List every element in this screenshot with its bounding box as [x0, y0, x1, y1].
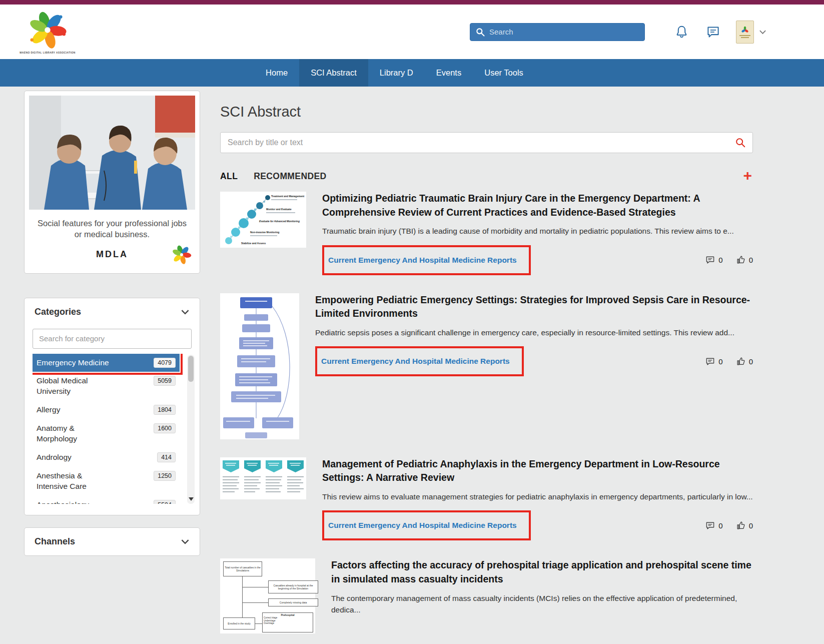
logo-caption: MAENO DIGITAL LIBRARY ASSOCIATION	[20, 51, 76, 54]
notifications-bell-icon[interactable]	[675, 25, 688, 39]
category-count-badge: 5059	[154, 376, 176, 386]
like-count: 0	[749, 357, 753, 366]
comment-icon[interactable]	[705, 255, 715, 265]
article-excerpt: This review aims to evaluate management …	[322, 491, 753, 502]
category-item-andrology[interactable]: Andrology 414	[33, 448, 180, 467]
messages-chat-icon[interactable]	[706, 25, 720, 39]
like-count: 0	[749, 521, 753, 530]
search-icon	[475, 27, 485, 37]
scrollbar-down-button[interactable]	[187, 496, 195, 503]
sidebar: Social features for your professional jo…	[24, 91, 200, 644]
triangle-down-icon	[189, 497, 194, 501]
annotation-box: Current Emergency And Hospital Medicine …	[315, 346, 524, 376]
article-stats: 0 0	[692, 521, 753, 530]
category-search-input[interactable]	[33, 329, 192, 349]
category-item-anatomy-morphology[interactable]: Anatomy & Morphology 1600	[33, 419, 180, 448]
article-item: Treatment and Management Monitor and Eva…	[220, 192, 753, 275]
category-count-badge: 414	[157, 452, 176, 462]
top-accent-bar	[0, 0, 824, 5]
abstract-search	[220, 132, 753, 153]
nav-item-home[interactable]: Home	[254, 59, 299, 87]
category-item-global-medical-university[interactable]: Global Medical University 5059	[33, 372, 180, 401]
header-search-input[interactable]	[489, 28, 639, 36]
page: MAENO DIGITAL LIBRARY ASSOCIATION	[0, 0, 824, 644]
tabs-bar: ALL RECOMMENDED +	[220, 171, 753, 182]
categories-header[interactable]: Categories	[25, 298, 200, 326]
header: MAENO DIGITAL LIBRARY ASSOCIATION	[0, 5, 824, 59]
comment-count: 0	[718, 521, 722, 530]
article-excerpt: Pediatric sepsis poses a significant cha…	[315, 327, 753, 338]
search-icon[interactable]	[735, 137, 746, 150]
category-list: Emergency Medicine 4079 Global Medical U…	[33, 354, 195, 504]
scrollbar-thumb[interactable]	[188, 356, 194, 382]
chevron-down-icon[interactable]	[181, 309, 190, 315]
article-item: Empowering Pediatric Emergency Settings:…	[220, 293, 753, 439]
nav-item-user-tools[interactable]: User Tools	[473, 59, 535, 87]
category-item-anesthesia-intensive-care[interactable]: Anesthesia & Intensive Care 1250	[33, 467, 180, 496]
add-abstract-button[interactable]: +	[743, 168, 752, 183]
scrollbar[interactable]	[187, 355, 195, 504]
nav-item-sci-abstract[interactable]: SCI Abstract	[299, 59, 368, 87]
article-item: Total number of casualties in the Simula…	[220, 558, 753, 633]
article-title[interactable]: Optimizing Pediatric Traumatic Brain Inj…	[322, 192, 753, 219]
annotation-box: Current Emergency And Hospital Medicine …	[322, 245, 531, 275]
article-excerpt: Traumatic brain injury (TBI) is a leadin…	[322, 225, 753, 237]
source-journal-link[interactable]: Current Emergency And Hospital Medicine …	[328, 256, 517, 264]
channels-header[interactable]: Channels	[25, 528, 200, 555]
category-item-allergy[interactable]: Allergy 1804	[33, 401, 180, 419]
article-stats: 0 0	[692, 255, 753, 265]
comment-icon[interactable]	[705, 521, 715, 530]
category-count-badge: 5504	[154, 500, 176, 504]
tab-all[interactable]: ALL	[220, 171, 238, 182]
promo-caption: Social features for your professional jo…	[34, 218, 190, 240]
category-item-emergency-medicine[interactable]: Emergency Medicine 4079	[33, 354, 180, 372]
avatar-flower-icon	[741, 26, 749, 34]
article-thumbnail[interactable]: Total number of casualties in the Simula…	[220, 558, 315, 633]
source-journal-link[interactable]: Current Emergency And Hospital Medicine …	[328, 521, 517, 529]
thumbs-up-icon[interactable]	[736, 255, 745, 265]
category-count-badge: 1600	[154, 423, 176, 433]
article-item: Management of Pediatric Anaphylaxis in t…	[220, 457, 753, 541]
source-journal-link[interactable]: Current Emergency And Hospital Medicine …	[321, 357, 510, 365]
article-title[interactable]: Empowering Pediatric Emergency Settings:…	[315, 293, 753, 321]
flower-logo-icon	[27, 10, 68, 51]
article-title[interactable]: Factors affecting the accuracy of prehos…	[331, 558, 753, 586]
comment-icon[interactable]	[705, 357, 715, 366]
channels-title: Channels	[35, 536, 75, 547]
promo-logo-icon	[171, 244, 192, 267]
tab-recommended[interactable]: RECOMMENDED	[254, 171, 326, 182]
annotation-box: Current Emergency And Hospital Medicine …	[322, 510, 531, 540]
article-excerpt: The contemporary management of mass casu…	[331, 592, 753, 616]
article-title[interactable]: Management of Pediatric Anaphylaxis in t…	[322, 457, 753, 485]
chevron-down-icon[interactable]	[181, 539, 190, 544]
thumbs-up-icon[interactable]	[736, 357, 745, 366]
nav-item-library-d[interactable]: Library D	[368, 59, 425, 87]
page-title: SCI Abstract	[220, 104, 753, 120]
main-nav: Home SCI Abstract Library D Events User …	[0, 59, 824, 87]
channels-panel: Channels	[24, 527, 200, 556]
main-content: SCI Abstract ALL RECOMMENDED +	[220, 91, 753, 644]
abstract-search-input[interactable]	[220, 132, 753, 153]
article-thumbnail[interactable]	[220, 293, 299, 439]
avatar[interactable]	[736, 21, 754, 44]
promo-brand: MDLA	[96, 249, 128, 260]
article-thumbnail[interactable]	[220, 457, 306, 499]
header-search[interactable]	[470, 23, 645, 41]
chevron-down-icon[interactable]	[759, 30, 766, 35]
category-item-anesthesiology[interactable]: Anesthesiology 5504	[33, 496, 180, 504]
comment-count: 0	[718, 357, 722, 366]
category-count-badge: 1250	[154, 471, 176, 481]
promo-photo	[29, 96, 195, 210]
site-logo[interactable]: MAENO DIGITAL LIBRARY ASSOCIATION	[18, 10, 78, 54]
nav-item-events[interactable]: Events	[425, 59, 473, 87]
thumbs-up-icon[interactable]	[736, 521, 745, 530]
categories-panel: Categories Emergency Medicine 4079 Globa…	[24, 298, 200, 515]
category-count-badge: 1804	[154, 405, 176, 415]
category-count-badge: 4079	[154, 358, 176, 368]
article-thumbnail[interactable]: Treatment and Management Monitor and Eva…	[220, 192, 306, 248]
like-count: 0	[749, 256, 753, 264]
categories-title: Categories	[35, 307, 81, 317]
article-stats: 0 0	[692, 357, 753, 366]
comment-count: 0	[718, 256, 722, 264]
promo-card: Social features for your professional jo…	[24, 91, 200, 274]
